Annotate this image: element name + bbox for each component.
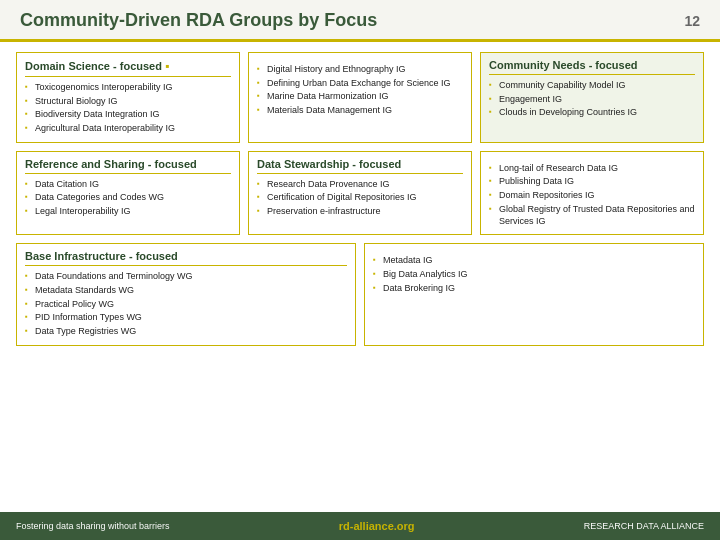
list-item: Legal Interoperability IG: [25, 205, 231, 219]
list-item: Data Brokering IG: [373, 282, 695, 296]
list-item: Structural Biology IG: [25, 95, 231, 109]
list-item: Engagement IG: [489, 93, 695, 107]
data-stewardship-card: Data Stewardship - focused Research Data…: [248, 151, 472, 235]
domain-science-card: Domain Science - focused ▪ Toxicogenomic…: [16, 52, 240, 143]
community-needs-card: Community Needs - focused Community Capa…: [480, 52, 704, 143]
base-infrastructure-right-card: Metadata IG Big Data Analytics IG Data B…: [364, 243, 704, 345]
list-item: Data Type Registries WG: [25, 325, 347, 339]
community-needs-list: Community Capability Model IG Engagement…: [489, 79, 695, 120]
list-item: Community Capability Model IG: [489, 79, 695, 93]
list-item: Defining Urban Data Exchange for Science…: [257, 77, 463, 91]
reference-sharing-list: Data Citation IG Data Categories and Cod…: [25, 178, 231, 219]
list-item: Preservation e-infrastructure: [257, 205, 463, 219]
footer-logo: RESEARCH DATA ALLIANCE: [584, 521, 704, 531]
page: Community-Driven RDA Groups by Focus 12 …: [0, 0, 720, 540]
base-infrastructure-list: Data Foundations and Terminology WG Meta…: [25, 270, 347, 338]
community-needs-title: Community Needs - focused: [489, 59, 695, 75]
list-item: Metadata IG: [373, 254, 695, 268]
list-item: Agricultural Data Interoperability IG: [25, 122, 231, 136]
domain-science-list: Toxicogenomics Interoperability IG Struc…: [25, 81, 231, 136]
list-item: Practical Policy WG: [25, 298, 347, 312]
digital-history-list: Digital History and Ethnography IG Defin…: [257, 63, 463, 118]
data-stewardship-title: Data Stewardship - focused: [257, 158, 463, 174]
list-item: Data Categories and Codes WG: [25, 191, 231, 205]
list-item: Biodiversity Data Integration IG: [25, 108, 231, 122]
list-item: Clouds in Developing Countries IG: [489, 106, 695, 120]
reference-sharing-card: Reference and Sharing - focused Data Cit…: [16, 151, 240, 235]
list-item: Research Data Provenance IG: [257, 178, 463, 192]
bottom-row: Base Infrastructure - focused Data Found…: [16, 243, 704, 345]
slide-number: 12: [684, 13, 700, 29]
footer-tagline: Fostering data sharing without barriers: [16, 521, 170, 531]
list-item: Global Registry of Trusted Data Reposito…: [489, 203, 695, 228]
list-item: PID Information Types WG: [25, 311, 347, 325]
domain-science-title: Domain Science - focused ▪: [25, 59, 231, 77]
footer: Fostering data sharing without barriers …: [0, 512, 720, 540]
content-area: Domain Science - focused ▪ Toxicogenomic…: [0, 42, 720, 356]
digital-history-card: Digital History and Ethnography IG Defin…: [248, 52, 472, 143]
data-stewardship-right-list: Long-tail of Research Data IG Publishing…: [489, 162, 695, 228]
list-item: Domain Repositories IG: [489, 189, 695, 203]
mid-row: Reference and Sharing - focused Data Cit…: [16, 151, 704, 235]
list-item: Materials Data Management IG: [257, 104, 463, 118]
data-stewardship-list: Research Data Provenance IG Certificatio…: [257, 178, 463, 219]
list-item: Toxicogenomics Interoperability IG: [25, 81, 231, 95]
list-item: Publishing Data IG: [489, 175, 695, 189]
list-item: Big Data Analytics IG: [373, 268, 695, 282]
footer-website: rd-alliance.org: [339, 520, 415, 532]
list-item: Marine Data Harmonization IG: [257, 90, 463, 104]
page-title: Community-Driven RDA Groups by Focus: [20, 10, 377, 31]
list-item: Data Foundations and Terminology WG: [25, 270, 347, 284]
list-item: Metadata Standards WG: [25, 284, 347, 298]
list-item: Long-tail of Research Data IG: [489, 162, 695, 176]
top-row: Domain Science - focused ▪ Toxicogenomic…: [16, 52, 704, 143]
base-infrastructure-card: Base Infrastructure - focused Data Found…: [16, 243, 356, 345]
data-stewardship-right-card: Long-tail of Research Data IG Publishing…: [480, 151, 704, 235]
list-item: Data Citation IG: [25, 178, 231, 192]
base-infrastructure-right-list: Metadata IG Big Data Analytics IG Data B…: [373, 254, 695, 295]
list-item: Certification of Digital Repositories IG: [257, 191, 463, 205]
list-item: Digital History and Ethnography IG: [257, 63, 463, 77]
header: Community-Driven RDA Groups by Focus 12: [0, 0, 720, 42]
reference-sharing-title: Reference and Sharing - focused: [25, 158, 231, 174]
base-infrastructure-title: Base Infrastructure - focused: [25, 250, 347, 266]
